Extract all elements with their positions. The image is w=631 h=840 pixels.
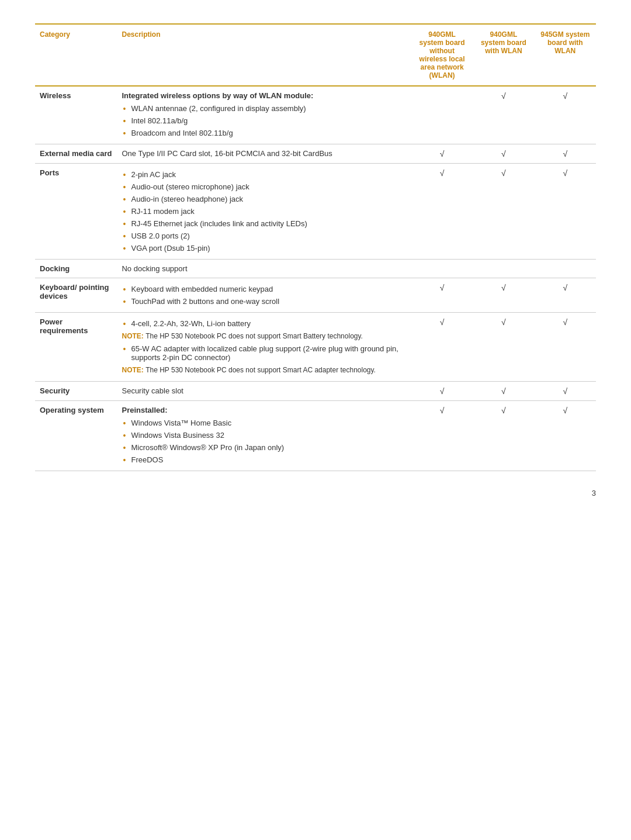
- list-item: Keyboard with embedded numeric keypad: [122, 283, 406, 295]
- list-item: Windows Vista Business 32: [122, 429, 406, 441]
- cell-check-2: √: [473, 382, 534, 401]
- cell-description: 4-cell, 2.2-Ah, 32-Wh, Li-ion batteryNOT…: [117, 313, 411, 382]
- table-row: WirelessIntegrated wireless options by w…: [35, 86, 596, 144]
- cell-check-2: √: [473, 144, 534, 164]
- cell-description: Preinstalled:Windows Vista™ Home BasicWi…: [117, 401, 411, 471]
- cell-description: Integrated wireless options by way of WL…: [117, 86, 411, 144]
- table-header-row: Category Description 940GML system board…: [35, 24, 596, 86]
- cell-category: Operating system: [35, 401, 117, 471]
- table-row: Keyboard/ pointing devicesKeyboard with …: [35, 278, 596, 313]
- cell-check-1: [411, 260, 473, 278]
- cell-check-3: √: [535, 382, 596, 401]
- list-item: 2-pin AC jack: [122, 168, 406, 181]
- list-item: 4-cell, 2.2-Ah, 32-Wh, Li-ion battery: [122, 317, 406, 330]
- list-item: Broadcom and Intel 802.11b/g: [122, 127, 406, 139]
- list-item: Windows Vista™ Home Basic: [122, 417, 406, 429]
- cell-check-2: [473, 260, 534, 278]
- cell-category: Power requirements: [35, 313, 117, 382]
- table-row: Ports2-pin AC jackAudio-out (stereo micr…: [35, 164, 596, 260]
- cell-check-3: √: [535, 164, 596, 260]
- cell-check-3: √: [535, 401, 596, 471]
- cell-check-2: √: [473, 313, 534, 382]
- cell-description: No docking support: [117, 260, 411, 278]
- cell-category: Keyboard/ pointing devices: [35, 278, 117, 313]
- page-number: 3: [35, 489, 596, 497]
- cell-category: Wireless: [35, 86, 117, 144]
- cell-check-1: √: [411, 382, 473, 401]
- list-item: Microsoft® Windows® XP Pro (in Japan onl…: [122, 441, 406, 454]
- cell-description: 2-pin AC jackAudio-out (stereo microphon…: [117, 164, 411, 260]
- cell-check-1: √: [411, 401, 473, 471]
- cell-check-1: [411, 86, 473, 144]
- list-item: USB 2.0 ports (2): [122, 230, 406, 242]
- table-row: Operating systemPreinstalled:Windows Vis…: [35, 401, 596, 471]
- table-row: DockingNo docking support: [35, 260, 596, 278]
- cell-description: Keyboard with embedded numeric keypadTou…: [117, 278, 411, 313]
- desc-main-text: One Type I/II PC Card slot, 16-bit PCMCI…: [122, 149, 406, 158]
- desc-main-text: Preinstalled:: [122, 406, 406, 414]
- cell-check-3: √: [535, 144, 596, 164]
- header-col1: 940GML system board without wireless loc…: [411, 24, 473, 86]
- cell-check-2: √: [473, 278, 534, 313]
- list-item: FreeDOS: [122, 454, 406, 466]
- cell-check-2: √: [473, 401, 534, 471]
- desc-main-text: No docking support: [122, 264, 406, 273]
- header-col3: 945GM system board with WLAN: [535, 24, 596, 86]
- cell-category: Ports: [35, 164, 117, 260]
- cell-check-2: √: [473, 86, 534, 144]
- cell-check-1: √: [411, 313, 473, 382]
- cell-check-3: √: [535, 313, 596, 382]
- header-description: Description: [117, 24, 411, 86]
- cell-check-1: √: [411, 164, 473, 260]
- table-row: Power requirements4-cell, 2.2-Ah, 32-Wh,…: [35, 313, 596, 382]
- cell-check-1: √: [411, 278, 473, 313]
- cell-category: Security: [35, 382, 117, 401]
- main-table: Category Description 940GML system board…: [35, 23, 596, 471]
- list-item: WLAN antennae (2, configured in display …: [122, 102, 406, 115]
- list-item: VGA port (Dsub 15-pin): [122, 242, 406, 254]
- list-item: RJ-11 modem jack: [122, 205, 406, 217]
- cell-check-3: √: [535, 278, 596, 313]
- cell-check-3: √: [535, 86, 596, 144]
- note-item: NOTE: The HP 530 Notebook PC does not su…: [122, 332, 406, 340]
- list-item: Audio-in (stereo headphone) jack: [122, 193, 406, 205]
- table-row: SecuritySecurity cable slot√√√: [35, 382, 596, 401]
- cell-description: One Type I/II PC Card slot, 16-bit PCMCI…: [117, 144, 411, 164]
- cell-description: Security cable slot: [117, 382, 411, 401]
- desc-main-text: Integrated wireless options by way of WL…: [122, 91, 406, 100]
- desc-main-text: Security cable slot: [122, 386, 406, 395]
- cell-check-1: √: [411, 144, 473, 164]
- header-col2: 940GML system board with WLAN: [473, 24, 534, 86]
- cell-category: External media card: [35, 144, 117, 164]
- cell-category: Docking: [35, 260, 117, 278]
- table-row: External media cardOne Type I/II PC Card…: [35, 144, 596, 164]
- list-item: TouchPad with 2 buttons and one-way scro…: [122, 295, 406, 307]
- cell-check-3: [535, 260, 596, 278]
- list-item: Intel 802.11a/b/g: [122, 115, 406, 127]
- header-category: Category: [35, 24, 117, 86]
- cell-check-2: √: [473, 164, 534, 260]
- note-item: NOTE: The HP 530 Notebook PC does not su…: [122, 366, 406, 374]
- list-item: 65-W AC adapter with localized cable plu…: [122, 343, 406, 364]
- list-item: RJ-45 Ethernet jack (includes link and a…: [122, 217, 406, 230]
- list-item: Audio-out (stereo microphone) jack: [122, 181, 406, 193]
